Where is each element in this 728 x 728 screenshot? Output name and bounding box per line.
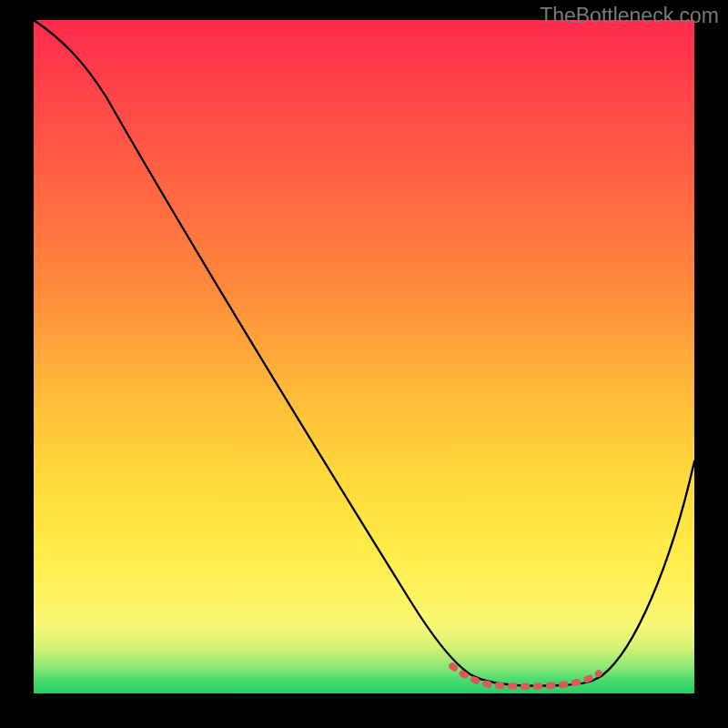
bottleneck-chart [34,20,694,693]
chart-background [34,20,694,693]
watermark-text: TheBottleneck.com [540,4,719,28]
